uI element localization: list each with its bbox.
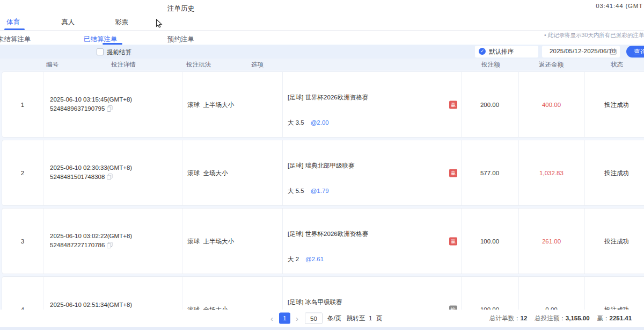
total-win-value: 2251.41 [610, 315, 632, 321]
note-bullet: • [544, 32, 546, 38]
bet-status: 投注成功 [584, 237, 644, 245]
bet-detail: 2025-06-10 03:02:22(GMT+8) 5248487227170… [50, 232, 132, 251]
jump-unit: 页 [376, 314, 383, 322]
copy-icon[interactable] [107, 242, 113, 251]
league-name: [足球] 瑞典北部甲级联赛 [288, 162, 361, 170]
bet-detail: 2025-06-10 02:30:33(GMT+8) 5248481501748… [50, 163, 132, 183]
bet-time: 2025-06-10 03:15:45(GMT+8) [50, 95, 132, 104]
win-badge: 赢 [449, 237, 457, 245]
order-id: 5248489637190795 [50, 105, 105, 112]
play-type: 滚球 上半场大小 [187, 237, 234, 245]
note-text: 此记录将显示30天内所有已派彩的注单 [548, 32, 644, 38]
col-header-detail: 投注详情 [111, 61, 136, 69]
odds: @1.79 [311, 188, 329, 194]
tabs-divider [0, 30, 644, 31]
pick: 大 5.5 [288, 188, 304, 194]
play-type: 滚球 上半场大小 [187, 101, 234, 109]
bet-amount: 577.00 [461, 170, 518, 176]
early-settle-checkbox[interactable] [97, 48, 104, 55]
next-page-button[interactable]: › [296, 314, 298, 323]
bet-time: 2025-06-10 02:30:33(GMT+8) [50, 163, 132, 173]
table-row: 1 2025-06-10 03:15:45(GMT+8) 52484896371… [2, 71, 644, 138]
prev-page-button[interactable]: ‹ [270, 314, 273, 323]
server-time: 03:41:44 (GMT [596, 3, 643, 9]
play-type: 滚球 全场大小 [187, 169, 228, 177]
bet-time: 2025-06-10 03:02:22(GMT+8) [50, 232, 132, 241]
tab-lottery[interactable]: 彩票 [115, 18, 128, 27]
page-size-unit: 条/页 [327, 314, 341, 322]
tab-live[interactable]: 真人 [61, 18, 75, 27]
total-win-label: 赢： [597, 315, 610, 321]
col-header-amount: 投注额 [481, 61, 500, 69]
league-name: [足球] 世界杯2026欧洲资格赛 [288, 94, 368, 102]
bet-status: 投注成功 [584, 169, 644, 177]
early-settle-label: 提前结算 [107, 48, 131, 56]
total-stake-value: 3,155.00 [566, 315, 590, 321]
pick: 大 2 [288, 256, 299, 262]
col-header-play: 投注玩法 [186, 61, 211, 69]
record-note: • 此记录将显示30天内所有已派彩的注单 [544, 32, 644, 39]
table-header: 编号 投注详情 投注玩法 选项 投注额 返还金额 状态 [0, 59, 644, 70]
bet-amount: 100.00 [461, 238, 518, 245]
subtab-reserved[interactable]: 预约注单 [167, 35, 194, 44]
footer-bar: ‹ 1 › 条/页 跳转至 1 页 总计单数：12总投注额：3,155.00赢：… [0, 310, 644, 327]
row-number: 3 [2, 238, 43, 245]
league-name: [足球] 冰岛甲级联赛 [288, 298, 352, 307]
win-badge: 赢 [449, 101, 457, 109]
mouse-cursor-icon [156, 19, 163, 30]
odds: @2.61 [305, 256, 324, 262]
row-number: 2 [2, 170, 43, 176]
subtab-unsettled[interactable]: 未结算注单 [0, 35, 31, 44]
col-header-return: 返还金额 [539, 61, 564, 69]
bet-time: 2025-06-10 02:51:34(GMT+8) [50, 300, 132, 310]
page-bottom-strip [0, 327, 644, 330]
col-header-no: 编号 [46, 61, 58, 69]
sort-dropdown[interactable]: ✓ 默认排序 [475, 46, 538, 58]
jump-label: 跳转至 [347, 314, 365, 322]
order-id: 5248487227170786 [50, 242, 105, 248]
tab-sports[interactable]: 体育 [6, 18, 20, 27]
total-count-label: 总计单数： [489, 315, 521, 321]
pick: 大 3.5 [288, 119, 304, 126]
bet-amount: 200.00 [461, 102, 518, 108]
check-circle-icon: ✓ [479, 48, 486, 55]
copy-icon[interactable] [107, 174, 113, 183]
return-amount: 1,032.83 [518, 170, 584, 176]
sort-label: 默认排序 [489, 48, 514, 56]
row-number: 1 [2, 102, 43, 108]
total-count-value: 12 [521, 315, 528, 321]
bet-history-page: 注单历史 03:41:44 (GMT 体育 真人 彩票 未结算注单 已结算注单 … [0, 0, 644, 330]
date-range-picker[interactable]: 2025/05/12-2025/06/10 [542, 46, 620, 58]
return-amount: 261.00 [518, 238, 584, 245]
calendar-icon [610, 48, 617, 56]
table-row: 2 2025-06-10 02:30:33(GMT+8) 52484815017… [2, 140, 644, 206]
table-row: 3 2025-06-10 03:02:22(GMT+8) 52484872271… [2, 208, 644, 274]
page-size-input[interactable] [305, 313, 323, 324]
col-header-option: 选项 [251, 61, 264, 69]
total-stake-label: 总投注额： [535, 315, 566, 321]
col-header-status: 状态 [611, 61, 623, 69]
return-amount: 400.00 [518, 102, 584, 108]
bet-status: 投注成功 [584, 101, 644, 109]
bet-detail: 2025-06-10 03:15:45(GMT+8) 5248489637190… [50, 95, 132, 114]
date-range-value: 2025/05/12-2025/06/10 [550, 48, 616, 54]
search-button[interactable]: 查询 [626, 46, 644, 58]
jump-page-value: 1 [369, 315, 372, 321]
copy-icon[interactable] [107, 105, 113, 114]
page-title: 注单历史 [167, 4, 194, 13]
totals-summary: 总计单数：12总投注额：3,155.00赢：2251.41 [489, 314, 632, 322]
page-1-button[interactable]: 1 [279, 313, 290, 324]
win-badge: 赢 [449, 169, 457, 177]
odds: @2.00 [311, 119, 329, 126]
league-name: [足球] 世界杯2026欧洲资格赛 [288, 230, 368, 239]
order-id: 5248481501748308 [50, 174, 105, 180]
